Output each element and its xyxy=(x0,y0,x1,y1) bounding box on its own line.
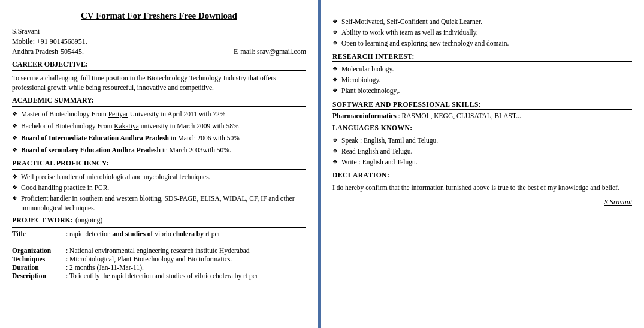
bullet-icon: ❖ xyxy=(12,194,17,203)
academic-text-2: Bachelor of Biotechnology From Kakatiya … xyxy=(21,121,238,131)
academic-item-2: ❖ Bachelor of Biotechnology From Kakatiy… xyxy=(12,121,306,131)
project-desc-val: : To identify the rapid detection and st… xyxy=(66,272,306,279)
language-speak: ❖ Speak : English, Tamil and Telugu. xyxy=(332,136,632,145)
mobile-number: Mobile: +91 9014568951. xyxy=(12,37,306,46)
academic-summary-title: ACADEMIC SUMMARY: xyxy=(12,96,306,105)
personal-text-2: Ability to work with team as well as ind… xyxy=(341,28,478,37)
project-spacer xyxy=(12,239,306,247)
personal-item-1: ❖ Self-Motivated, Self-Confident and Qui… xyxy=(332,17,632,26)
software-skills: : RASMOL, KEGG, CLUSATAL, BLAST... xyxy=(398,112,521,119)
bullet-icon: ❖ xyxy=(332,28,338,37)
bullet-icon: ❖ xyxy=(332,158,338,166)
bullet-icon: ❖ xyxy=(332,76,338,84)
project-dur-key: Duration xyxy=(12,264,66,271)
languages-title: LANGUAGES KNOWN: xyxy=(332,124,632,131)
language-speak-text: Speak : English, Tamil and Telugu. xyxy=(341,136,438,145)
project-tech-val: : Microbiological, Plant Biotechnology a… xyxy=(66,255,306,263)
right-panel: ❖ Self-Motivated, Self-Confident and Qui… xyxy=(321,0,644,328)
project-tech-row: Techniques : Microbiological, Plant Biot… xyxy=(12,255,306,263)
project-org-key: Organization xyxy=(12,247,66,254)
divider-academic xyxy=(12,106,306,107)
personal-item-3: ❖ Open to learning and exploring new tec… xyxy=(332,38,632,48)
bullet-icon: ❖ xyxy=(12,134,17,142)
address: Andhra Pradesh-505445. xyxy=(12,47,84,56)
project-tech-key: Techniques xyxy=(12,255,66,263)
practical-text-2: Good handling practice in PCR. xyxy=(21,183,109,192)
divider-languages xyxy=(332,133,632,133)
practical-item-2: ❖ Good handling practice in PCR. xyxy=(12,183,306,192)
signature: S Sravani xyxy=(332,198,632,207)
academic-item-1: ❖ Master of Biotechnology From Periyar U… xyxy=(12,109,306,119)
email-label: E-mail: xyxy=(234,47,255,56)
personal-text-1: Self-Motivated, Self-Confident and Quick… xyxy=(341,17,482,26)
software-title: SOFTWARE AND PROFESSIONAL SKILLS: xyxy=(332,101,632,108)
project-title-val: : rapid detection and studies of vibrio … xyxy=(66,230,306,237)
top-spacer xyxy=(332,11,632,17)
candidate-name: S.Sravani xyxy=(12,27,306,36)
divider-declaration xyxy=(332,180,632,180)
research-item-3: ❖ Plant biotechnology,. xyxy=(332,86,632,95)
research-item-1: ❖ Molecular biology. xyxy=(332,64,632,74)
research-text-2: Microbiology. xyxy=(341,75,380,85)
project-title-row: Title : rapid detection and studies of v… xyxy=(12,230,306,237)
research-text-1: Molecular biology. xyxy=(341,64,394,74)
pharmacoinformatics-label: Pharmacoinformatics xyxy=(332,112,397,119)
bullet-icon: ❖ xyxy=(332,39,338,47)
declaration-title: DECLARATION: xyxy=(332,171,632,179)
practical-title: PRACTICAL PROFICIENCY: xyxy=(12,159,306,168)
bullet-icon: ❖ xyxy=(332,147,338,155)
career-objective-title: CAREER OBJECTIVE: xyxy=(12,60,306,69)
research-title: RESEARCH INTEREST: xyxy=(332,53,632,60)
academic-item-4: ❖ Board of secondary Education Andhra Pr… xyxy=(12,145,306,155)
left-panel: CV Format For Freshers Free Download S.S… xyxy=(0,0,321,328)
project-org-val: : National environmental engineering res… xyxy=(66,247,306,254)
declaration-text: I do hereby confirm that the information… xyxy=(332,183,632,193)
bullet-icon: ❖ xyxy=(12,110,17,118)
divider-career xyxy=(12,70,306,71)
divider-software xyxy=(332,109,632,110)
software-text: Pharmacoinformatics : RASMOL, KEGG, CLUS… xyxy=(332,112,632,119)
project-title-key: Title xyxy=(12,230,66,237)
bullet-icon: ❖ xyxy=(332,86,338,95)
project-title: PROJECT WORK: xyxy=(12,216,73,225)
language-write: ❖ Write : English and Telugu. xyxy=(332,157,632,167)
project-dur-row: Duration : 2 months (Jan-11-Mar-11). xyxy=(12,264,306,271)
practical-text-1: Well precise handler of microbiological … xyxy=(21,172,211,182)
academic-text-3: Board of Intermediate Education Andhra P… xyxy=(21,133,240,143)
project-desc-key: Description xyxy=(12,272,66,279)
divider-practical xyxy=(12,169,306,170)
bullet-icon: ❖ xyxy=(12,183,17,192)
research-text-3: Plant biotechnology,. xyxy=(341,86,400,95)
project-desc-row: Description : To identify the rapid dete… xyxy=(12,272,306,279)
practical-text-3: Proficient handler in southern and weste… xyxy=(21,194,306,213)
academic-item-3: ❖ Board of Intermediate Education Andhra… xyxy=(12,133,306,143)
career-objective-text: To secure a challenging, full time posit… xyxy=(12,73,306,92)
bullet-icon: ❖ xyxy=(332,136,338,145)
practical-item-1: ❖ Well precise handler of microbiologica… xyxy=(12,172,306,182)
email-value: srav@gmail.com xyxy=(257,47,306,56)
bullet-icon: ❖ xyxy=(332,17,338,26)
language-write-text: Write : English and Telugu. xyxy=(341,157,418,167)
academic-text-4: Board of secondary Education Andhra Prad… xyxy=(21,145,231,155)
language-read-text: Read English and Telugu. xyxy=(341,146,412,156)
contact-row: Andhra Pradesh-505445. E-mail: srav@gmai… xyxy=(12,47,306,56)
practical-item-3: ❖ Proficient handler in southern and wes… xyxy=(12,194,306,213)
divider-project xyxy=(12,227,306,228)
academic-text-1: Master of Biotechnology From Periyar Uni… xyxy=(21,109,225,119)
bullet-icon: ❖ xyxy=(332,65,338,73)
language-read: ❖ Read English and Telugu. xyxy=(332,146,632,156)
divider-research xyxy=(332,61,632,62)
personal-text-3: Open to learning and exploring new techn… xyxy=(341,38,509,48)
email-line: E-mail: srav@gmail.com xyxy=(234,47,306,56)
research-item-2: ❖ Microbiology. xyxy=(332,75,632,85)
project-work-header: PROJECT WORK: (ongoing) xyxy=(12,216,306,226)
cv-title: CV Format For Freshers Free Download xyxy=(12,11,306,21)
signature-text: S Sravani xyxy=(604,198,632,206)
personal-item-2: ❖ Ability to work with team as well as i… xyxy=(332,28,632,37)
bullet-icon: ❖ xyxy=(12,122,17,130)
project-org-row: Organization : National environmental en… xyxy=(12,247,306,254)
project-ongoing: (ongoing) xyxy=(75,216,102,224)
bullet-icon: ❖ xyxy=(12,173,17,181)
bullet-icon: ❖ xyxy=(12,146,17,154)
project-dur-val: : 2 months (Jan-11-Mar-11). xyxy=(66,264,306,271)
